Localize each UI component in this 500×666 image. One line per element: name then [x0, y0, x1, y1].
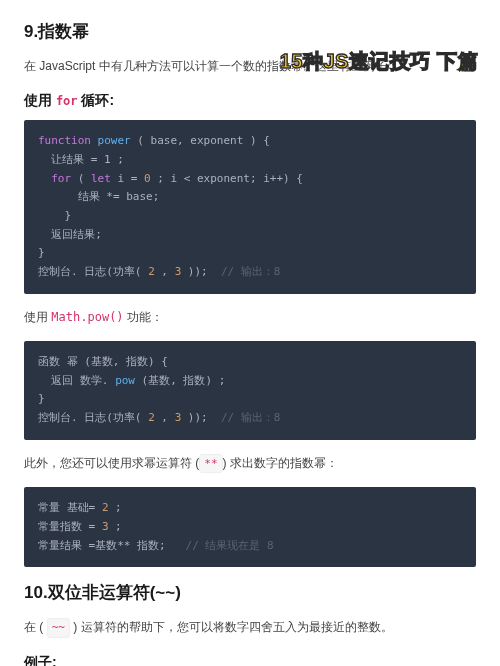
exp-op-line: 此外，您还可以使用求幂运算符 (**) 求出数字的指数幂： [24, 454, 476, 474]
code-block-math-pow: 函数 幂 (基数, 指数) { 返回 数学. pow (基数, 指数) ; } … [24, 341, 476, 440]
math-pow-line: 使用 Math.pow() 功能： [24, 308, 476, 327]
code-block-for-loop: function power ( base, exponent ) { 让结果 … [24, 120, 476, 294]
overlay-title: 15种JS速记技巧 下篇 [280, 48, 478, 75]
code-block-exp-op: 常量 基础= 2 ; 常量指数 = 3 ; 常量结果 =基数** 指数; // … [24, 487, 476, 567]
tilde-operator-pill: ~~ [47, 618, 70, 638]
exp-operator-pill: ** [199, 454, 222, 474]
for-keyword: for [56, 94, 78, 108]
section-10-intro: 在 ( ~~ ) 运算符的帮助下，您可以将数字四舍五入为最接近的整数。 [24, 618, 476, 638]
subheading-for-loop: 使用 for 循环: [24, 92, 476, 110]
section-9-heading: 9.指数幂 [24, 20, 476, 43]
section-10-heading: 10.双位非运算符(~~) [24, 581, 476, 604]
math-pow-fn: Math.pow() [51, 310, 123, 324]
subheading-example: 例子: [24, 654, 476, 666]
